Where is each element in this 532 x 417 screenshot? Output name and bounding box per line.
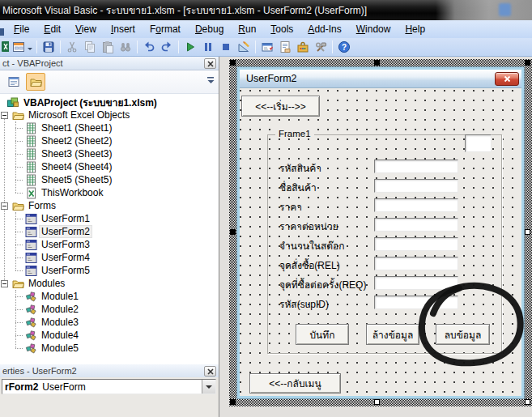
menu-window[interactable]: Window [349, 22, 398, 36]
help-icon[interactable]: ? [336, 39, 352, 55]
toolbar-overflow-icon[interactable] [206, 76, 215, 88]
delete-data-button[interactable]: ลบข้อมูล [436, 324, 490, 345]
save-button[interactable]: บันทึก [296, 324, 349, 345]
resize-handle-bottom-left[interactable] [230, 399, 236, 405]
reset-icon[interactable] [218, 39, 234, 55]
resize-handle-right-middle[interactable] [525, 229, 530, 235]
dropdown-arrow-icon[interactable] [202, 380, 215, 394]
excel-icon[interactable] [2, 39, 9, 55]
back-to-menu-button[interactable]: <<--กลับเมนู [249, 373, 341, 394]
cut-icon[interactable] [64, 39, 80, 55]
tree-item-forms-folder[interactable]: Forms [0, 199, 219, 212]
tree-item-sheet1[interactable]: Sheet1 (Sheet1) [0, 121, 219, 134]
excel-sheet-icon [24, 148, 37, 160]
userform-icon [24, 265, 37, 277]
tree-item-module4[interactable]: Module4 [0, 329, 219, 342]
tree-item-module3[interactable]: Module3 [0, 316, 219, 329]
tree-item-module5[interactable]: Module5 [0, 342, 219, 355]
resize-handle-bottom-right[interactable] [525, 399, 530, 405]
menu-tools[interactable]: Tools [263, 22, 300, 36]
tree-item-sheet4[interactable]: Sheet4 (Sheet4) [0, 160, 219, 173]
start-button[interactable]: <<--เริ่ม-->> [241, 96, 320, 117]
top-right-textbox[interactable] [465, 134, 492, 152]
tree-item-userform4[interactable]: UserForm4 [0, 251, 219, 264]
tree-item-label: UserForm5 [40, 265, 92, 276]
menu-debug[interactable]: Debug [188, 22, 231, 36]
menu-file[interactable]: File [6, 22, 36, 36]
clear-data-button[interactable]: ล้างข้อมูล [366, 324, 419, 345]
userform-close-button[interactable] [495, 72, 519, 86]
copy-icon[interactable] [82, 39, 98, 55]
tree-item-module2[interactable]: Module2 [0, 303, 219, 316]
close-icon[interactable] [204, 366, 216, 377]
tree-item-label: Microsoft Excel Objects [27, 109, 131, 121]
tree-item-userform5[interactable]: UserForm5 [0, 264, 219, 277]
field-textbox-supplier-id[interactable] [374, 296, 458, 309]
close-icon[interactable] [204, 58, 216, 69]
insert-userform-icon[interactable] [11, 39, 27, 55]
selection-border-bottom[interactable] [229, 398, 532, 406]
toggle-folders-icon[interactable] [26, 73, 45, 91]
tree-item-sheet2[interactable]: Sheet2 (Sheet2) [0, 134, 219, 147]
menu-insert[interactable]: Insert [104, 22, 143, 36]
tree-item-userform3[interactable]: UserForm3 [0, 238, 219, 251]
field-textbox-stock-quantity[interactable] [374, 237, 458, 251]
resize-handle-top-middle[interactable] [374, 60, 380, 66]
paste-icon[interactable] [100, 39, 116, 55]
tree-item-modules-folder[interactable]: Modules [0, 277, 219, 290]
tree-item-sheet5[interactable]: Sheet5 (Sheet5) [0, 173, 219, 186]
save-icon[interactable] [40, 39, 57, 55]
toolbar-separator [332, 40, 333, 53]
object-selector-combobox[interactable]: rForm2 UserForm [2, 379, 216, 394]
dropdown-arrow-icon[interactable] [28, 48, 32, 53]
selection-border-top[interactable] [229, 59, 532, 67]
field-textbox-unit-price[interactable] [374, 218, 458, 232]
resize-handle-top-left[interactable] [230, 60, 236, 66]
tree-item-vbaproject-root[interactable]: VBAProject (ระบบขาย1.xlsm) [0, 96, 219, 109]
menu-edit[interactable]: Edit [36, 22, 68, 36]
resize-handle-top-right[interactable] [525, 60, 530, 66]
tree-item-thisworkbook[interactable]: ThisWorkbook [0, 186, 219, 199]
tree-expander-icon[interactable] [1, 280, 8, 287]
menu-add-ins[interactable]: Add-Ins [300, 22, 348, 36]
menu-format[interactable]: Format [143, 22, 188, 36]
resize-handle-bottom-middle[interactable] [374, 399, 380, 405]
object-browser-icon[interactable] [313, 39, 329, 55]
menu-help[interactable]: Help [398, 22, 432, 36]
view-code-icon[interactable] [4, 73, 23, 91]
run-icon[interactable] [182, 39, 198, 55]
field-textbox-reorder-point-rel[interactable] [374, 257, 458, 270]
tree-item-sheet3[interactable]: Sheet3 (Sheet3) [0, 147, 219, 160]
find-icon[interactable] [117, 39, 134, 55]
properties-window-icon[interactable] [277, 39, 293, 55]
tree-expander-icon[interactable] [1, 112, 8, 119]
tree-item-label: UserForm1 [40, 213, 92, 224]
field-textbox-product-code[interactable] [374, 160, 458, 173]
break-icon[interactable] [200, 39, 216, 55]
tree-item-userform2[interactable]: UserForm2 [0, 225, 219, 238]
resize-handle-left-middle[interactable] [230, 229, 236, 235]
menu-view[interactable]: View [68, 22, 104, 36]
menu-run[interactable]: Run [231, 22, 263, 36]
project-explorer-icon[interactable] [259, 39, 275, 55]
field-textbox-reorder-qty-req[interactable] [374, 276, 458, 290]
folder-icon [11, 200, 24, 212]
tree-item-microsoft-excel-objects[interactable]: Microsoft Excel Objects [0, 109, 219, 121]
toolbox-icon[interactable] [295, 39, 311, 55]
tree-item-label: Modules [27, 278, 66, 289]
undo-icon[interactable] [141, 39, 157, 55]
tree-item-label: Module4 [40, 330, 80, 341]
tree-item-userform1[interactable]: UserForm1 [0, 212, 219, 225]
redo-icon[interactable] [159, 39, 175, 55]
tree-connector-line [15, 270, 23, 271]
userform-titlebar[interactable]: UserForm2 [240, 70, 521, 88]
tree-connector-line [15, 335, 23, 336]
userform-icon [24, 252, 37, 264]
field-textbox-price[interactable] [374, 198, 458, 212]
tree-expander-icon[interactable] [1, 202, 8, 210]
userform-canvas[interactable]: <<--เริ่ม-->> Frame1 <<--กลับเมนู รหัสสิ… [240, 88, 521, 396]
tree-item-module1[interactable]: Module1 [0, 290, 219, 303]
design-mode-icon[interactable] [236, 39, 252, 55]
field-textbox-product-name[interactable] [374, 179, 458, 193]
taskbar-app-icon [499, 3, 511, 16]
